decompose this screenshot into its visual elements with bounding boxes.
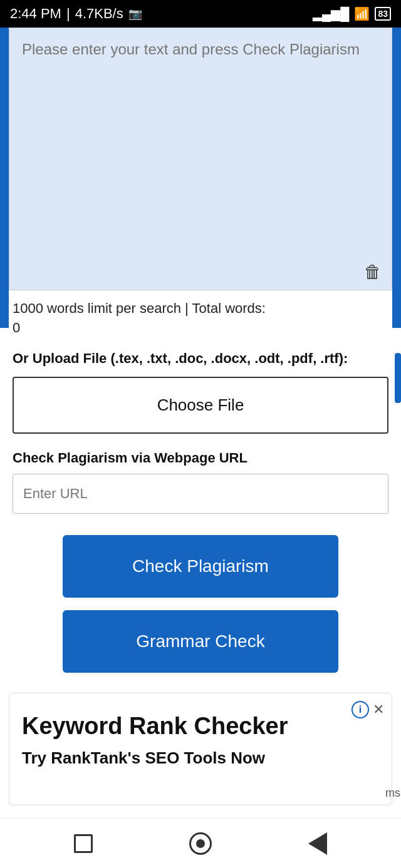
status-bar-right: ▂▄▆█ 📶 83 [313, 6, 391, 21]
left-accent-bar [0, 28, 9, 328]
ad-icons: i ✕ [352, 701, 384, 718]
upload-label: Or Upload File (.tex, .txt, .doc, .docx,… [13, 349, 388, 369]
stop-icon [74, 834, 93, 853]
check-plagiarism-button[interactable]: Check Plagiarism [63, 535, 338, 598]
status-bar-left: 2:44 PM | 4.7KB/s 📷 [10, 6, 142, 22]
word-limit-info: 1000 words limit per search | Total word… [0, 290, 401, 343]
grammar-check-button[interactable]: Grammar Check [63, 610, 338, 673]
signal-icon: ▂▄▆█ [313, 6, 349, 21]
ad-ms-label: ms [385, 787, 400, 800]
text-input-container: 🗑 [9, 28, 392, 290]
action-buttons: Check Plagiarism Grammar Check [0, 520, 401, 680]
time-display: 2:44 PM [10, 6, 61, 22]
wifi-icon: 📶 [354, 6, 370, 21]
camera-icon: 📷 [128, 7, 142, 21]
right-accent-bar [392, 28, 401, 328]
ad-subtitle: Try RankTank's SEO Tools Now [22, 748, 379, 768]
choose-file-button[interactable]: Choose File [13, 377, 388, 434]
home-icon [189, 832, 212, 855]
url-input[interactable] [13, 474, 388, 514]
stop-button[interactable] [72, 832, 95, 855]
home-button[interactable] [189, 832, 212, 855]
url-section-label: Check Plagiarism via Webpage URL [13, 450, 388, 466]
navigation-bar [0, 818, 401, 868]
battery-indicator: 83 [375, 7, 391, 21]
ad-title: Keyword Rank Checker [22, 712, 379, 741]
speed-display: | [66, 6, 70, 22]
ad-info-icon[interactable]: i [352, 701, 369, 718]
text-input[interactable] [9, 28, 392, 278]
back-icon [308, 832, 327, 855]
clear-text-button[interactable]: 🗑 [364, 262, 382, 282]
main-content: 🗑 1000 words limit per search | Total wo… [0, 28, 401, 818]
ad-banner: i ✕ Keyword Rank Checker Try RankTank's … [9, 693, 392, 805]
network-speed: 4.7KB/s [75, 6, 123, 22]
url-section: Check Plagiarism via Webpage URL [0, 436, 401, 520]
status-bar: 2:44 PM | 4.7KB/s 📷 ▂▄▆█ 📶 83 [0, 0, 401, 28]
content-wrapper: 🗑 1000 words limit per search | Total wo… [0, 28, 401, 805]
upload-section: Or Upload File (.tex, .txt, .doc, .docx,… [0, 343, 401, 437]
back-button[interactable] [306, 832, 329, 855]
home-icon-inner [196, 839, 205, 848]
scrollbar[interactable] [395, 353, 401, 403]
ad-close-button[interactable]: ✕ [373, 702, 384, 718]
